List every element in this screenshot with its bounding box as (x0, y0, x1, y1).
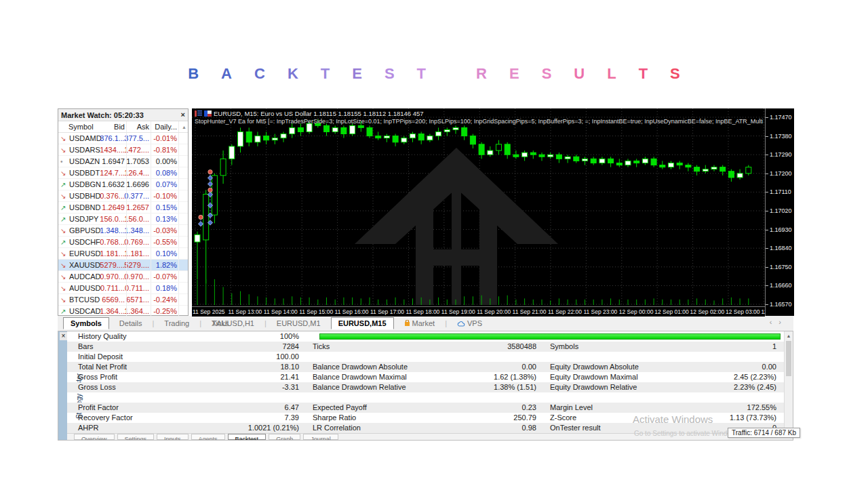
bid-value: 1.181... (100, 249, 125, 258)
time-axis-label: 11 Sep 20:00 (477, 308, 511, 315)
market-watch-row[interactable]: ↘BTCUSD6569...6571...-0.24% (58, 294, 188, 306)
column-ask[interactable]: Ask (137, 123, 149, 131)
market-watch-row[interactable]: ↘AUDUSD0.711...0.711...0.18% (58, 283, 188, 294)
time-axis-label: 11 Sep 16:00 (335, 308, 369, 315)
scrollbar-thumb[interactable] (786, 341, 791, 376)
price-axis-label: 1.16930 (770, 226, 792, 233)
tab-separator: | (445, 319, 447, 327)
close-icon[interactable]: × (181, 111, 185, 119)
title-letter: R (476, 65, 487, 83)
up-arrow-icon: ↗ (60, 239, 68, 246)
symbol-name: AUDCAD (69, 272, 100, 281)
time-axis[interactable]: 11 Sep 202511 Sep 13:0011 Sep 14:0011 Se… (192, 306, 765, 317)
tester-tab-journal[interactable]: Journal (303, 434, 338, 440)
market-watch-row[interactable]: ↘USDBDT124.7...126.4...0.08% (58, 167, 188, 179)
bid-value: 0.376... (100, 192, 125, 200)
chart-window[interactable]: EURUSD, M15: Euro vs US Dollar 1.18115 1… (192, 108, 793, 316)
market-watch-rows: ↘USDAMD376.1...377.5...-0.01%↘USDARS1434… (58, 133, 188, 317)
price-axis-label: 1.17470 (770, 114, 792, 121)
price-axis[interactable]: 1.174701.173801.172901.172001.171101.170… (765, 108, 794, 316)
stat-value: -3.31 (176, 382, 299, 392)
ask-value: 0.769... (124, 238, 149, 246)
price-axis-label: 1.17020 (770, 207, 792, 214)
column-bid[interactable]: Bid (114, 123, 125, 131)
candlestick-plot[interactable] (192, 108, 765, 306)
daily-change: -0.03% (153, 226, 177, 235)
result-row: Profit Factor6.47Expected Payoff0.23Marg… (67, 403, 785, 413)
time-axis-label: 11 Sep 22:00 (548, 308, 582, 315)
ask-value: 1.181... (124, 249, 149, 258)
up-arrow-icon: ↗ (60, 216, 68, 223)
title-letter: S (542, 65, 552, 83)
bottom-tab-strip: SymbolsDetails|Trading|Ticks XAUUSD,H1|E… (58, 316, 793, 331)
sell-marker (208, 188, 212, 192)
market-watch-row[interactable]: ↘AUDCAD0.970...0.970...-0.07% (58, 271, 188, 283)
depth-of-market-icon (195, 110, 202, 117)
stat-value: 1.38% (1.51) (433, 382, 536, 392)
chart-tab-vps[interactable]: VPS (451, 319, 488, 328)
market-watch-row[interactable]: ↘USDAMD376.1...377.5...-0.01% (58, 133, 188, 144)
chart-tab-eurusd-m15[interactable]: EURUSD,M15 (331, 317, 394, 329)
tab-nav-arrows[interactable]: ‹› (770, 318, 788, 326)
symbol-name: EURUSD (69, 249, 100, 258)
scroll-up-icon[interactable]: ▲ (785, 331, 793, 340)
up-arrow-icon: ↗ (60, 204, 68, 211)
price-axis-label: 1.16750 (770, 264, 792, 270)
flat-dot-icon: • (60, 158, 68, 165)
market-watch-row[interactable]: ↗USDJPY156.0...156.0...0.13% (58, 214, 188, 225)
daily-change: -0.81% (153, 146, 177, 154)
tester-tab-graph[interactable]: Graph (269, 434, 300, 440)
bid-value: 376.1... (100, 134, 125, 142)
ask-value: 0.711... (125, 284, 149, 292)
tester-tab-agents[interactable]: Agents (191, 434, 225, 440)
price-axis-label: 1.17200 (770, 170, 792, 177)
market-watch-row[interactable]: •USDAZN1.69471.70530.00% (58, 156, 188, 167)
bid-value: 5279.... (100, 261, 125, 269)
market-watch-row[interactable]: ↗USDBGN1.66321.66960.07% (58, 179, 188, 190)
chart-symbol-info: EURUSD, M15: Euro vs US Dollar 1.18115 1… (214, 110, 424, 117)
price-axis-label: 1.17380 (770, 133, 792, 140)
stat-value: 0.23 (433, 403, 536, 413)
tester-tab-settings[interactable]: Settings (117, 434, 155, 440)
ask-value: 6571... (126, 296, 149, 304)
symbol-name: USDAZN (69, 157, 100, 165)
column-symbol[interactable]: Symbol (68, 123, 94, 131)
tab-trading[interactable]: Trading (158, 319, 195, 328)
market-watch-row[interactable]: ↗USDBND1.26491.26570.15% (58, 202, 188, 214)
stat-label: Equity Drawdown Absolute (550, 362, 639, 372)
scrollbar[interactable]: ▲ (784, 331, 793, 440)
scroll-up-icon[interactable]: ▲ (182, 125, 186, 129)
chart-tab-market[interactable]: Market (398, 319, 441, 328)
market-watch-title: Market Watch: 05:20:33 (61, 111, 144, 119)
stat-label: History Quality (78, 331, 127, 342)
market-watch-row[interactable]: ↘XAUUSD5279....5279....1.82% (58, 260, 188, 271)
activate-windows-subtext: Go to Settings to activate Windows (634, 430, 739, 437)
chart-tab-xauusd-h1[interactable]: XAUUSD,H1 (205, 319, 260, 328)
title-letter: T (417, 65, 426, 83)
down-arrow-icon: ↘ (60, 192, 68, 200)
title-letter (448, 65, 454, 83)
tab-details[interactable]: Details (113, 319, 149, 328)
market-watch-row[interactable]: ↘USDARS1434....1472....-0.81% (58, 144, 188, 156)
daily-change: 0.08% (156, 169, 177, 177)
ask-value: 377.5... (124, 134, 149, 142)
stat-label: Recovery Factor (78, 413, 133, 423)
tester-tab-inputs[interactable]: Inputs (157, 434, 189, 440)
tab-symbols[interactable]: Symbols (63, 317, 109, 329)
down-arrow-icon: ↘ (60, 250, 68, 258)
close-icon[interactable]: × (60, 332, 67, 340)
strategy-tester-vertical-tab[interactable]: Strategy Tester (58, 331, 67, 440)
ask-value: 126.4... (124, 169, 149, 177)
tester-tab-overview[interactable]: Overview (74, 434, 115, 440)
tester-tab-backtest[interactable]: Backtest (228, 434, 267, 440)
result-row: History Quality100% (67, 331, 785, 342)
stat-value: 100% (176, 331, 299, 342)
chart-tab-eurusd-m1[interactable]: EURUSD,M1 (271, 319, 327, 328)
market-watch-row[interactable]: ↘USDBHD0.376...0.377...-0.10% (58, 190, 188, 202)
column-daily[interactable]: Daily... (155, 123, 177, 131)
market-watch-row[interactable]: ↘EURUSD1.181...1.181...0.10% (58, 248, 188, 260)
ask-value: 1.7053 (126, 157, 149, 165)
market-watch-row[interactable]: ↗USDCHF0.768...0.769...-0.55% (58, 237, 188, 248)
market-watch-row[interactable]: ↘GBPUSD1.348...1.348...-0.03% (58, 225, 188, 237)
stat-value: 1.0021 (0.21%) (176, 423, 299, 433)
